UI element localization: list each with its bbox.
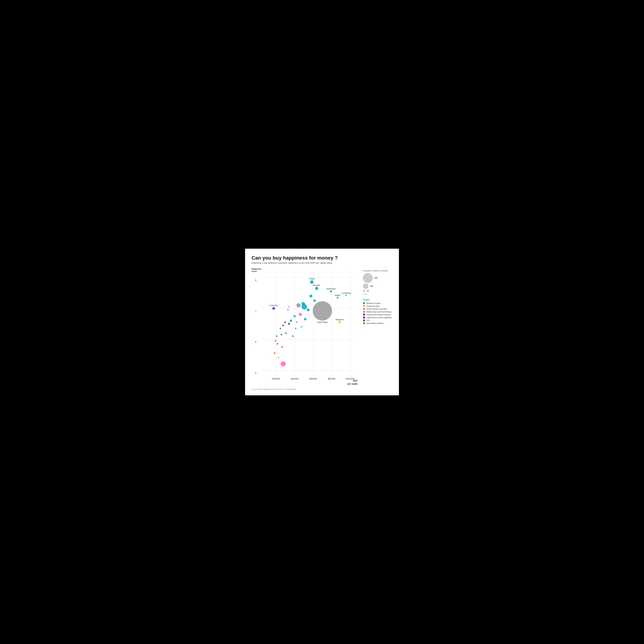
x-axis-label: GDPper capita bbox=[347, 379, 358, 386]
bubble bbox=[299, 313, 302, 316]
pop-circle bbox=[363, 284, 368, 289]
bubble bbox=[295, 328, 296, 329]
region-legend-item: Central and Eastern Europe bbox=[363, 314, 392, 316]
y-axis-label: Happinessscore bbox=[252, 268, 262, 272]
bubble bbox=[301, 326, 302, 328]
bubble bbox=[281, 361, 286, 366]
region-label: Central and Eastern Europe bbox=[366, 314, 391, 316]
region-legend-item: CIS bbox=[363, 319, 392, 321]
bubble bbox=[285, 332, 287, 334]
bubble bbox=[301, 302, 305, 306]
region-label: Southeast Asia bbox=[366, 305, 379, 307]
chart-main: Happinessscore $20'000$40'000$60'000$80'… bbox=[252, 268, 359, 387]
bubble bbox=[277, 343, 278, 345]
region-dot bbox=[363, 316, 365, 319]
bubble bbox=[272, 307, 275, 310]
grid-line-h bbox=[262, 370, 358, 370]
region-label: Latin America and Caribbean bbox=[366, 316, 392, 319]
legend-area: Populaton (million of people) 330 100 10… bbox=[359, 268, 392, 387]
pop-legend-item: 1 bbox=[363, 293, 392, 295]
region-label: Middle East and North Africa bbox=[366, 311, 391, 313]
region-legend-item: Western Europe bbox=[363, 302, 392, 304]
pop-label: 330 bbox=[374, 277, 378, 279]
bubble bbox=[310, 280, 314, 284]
region-legend-item: Southeast Asia bbox=[363, 305, 392, 307]
x-tick: $20'000 bbox=[272, 378, 280, 380]
y-tick: 6 bbox=[255, 341, 256, 343]
bubble bbox=[288, 306, 290, 308]
bubble bbox=[313, 301, 332, 321]
chart-subtitle: Exploring a link between countries' happ… bbox=[252, 262, 392, 264]
bubble bbox=[304, 318, 306, 320]
bubble bbox=[275, 340, 276, 341]
x-tick: $40'000 bbox=[291, 378, 298, 380]
bubble bbox=[296, 303, 301, 308]
pop-circle bbox=[363, 273, 373, 283]
bubble bbox=[294, 315, 296, 317]
bubble bbox=[282, 325, 284, 326]
bubble bbox=[315, 287, 318, 290]
region-label: CIS bbox=[366, 319, 370, 321]
bubble bbox=[278, 357, 279, 358]
y-tick: 7 bbox=[255, 310, 256, 312]
pop-legend-item: 330 bbox=[363, 273, 392, 283]
region-label: North America and ANZ bbox=[366, 308, 387, 310]
bubble bbox=[338, 321, 341, 323]
pop-circle bbox=[363, 294, 364, 295]
grid-line-v bbox=[332, 271, 332, 376]
bubble bbox=[280, 328, 281, 329]
pop-label: 100 bbox=[370, 285, 373, 287]
bubble-label: Ireland bbox=[335, 294, 340, 296]
source-text: Source: World Happiness Report 2021, The… bbox=[252, 388, 392, 390]
bubble bbox=[274, 352, 275, 354]
bubble-label: Singapore bbox=[335, 319, 344, 321]
x-tick: $80'000 bbox=[328, 378, 335, 380]
bubble-label: Finland bbox=[309, 278, 315, 280]
region-label: Sub-Saharan Africa bbox=[366, 322, 383, 324]
region-legend: Western Europe Southeast Asia North Amer… bbox=[363, 302, 392, 325]
bubble-label: United States bbox=[317, 321, 328, 323]
bubble bbox=[296, 321, 297, 323]
bubble bbox=[292, 335, 294, 337]
bubble-label: Switzerland bbox=[326, 288, 336, 290]
x-tick: $60'000 bbox=[309, 378, 317, 380]
region-dot bbox=[363, 322, 365, 324]
grid-line-h bbox=[262, 308, 358, 309]
bubble bbox=[290, 319, 292, 322]
pop-legend-item: 10 bbox=[363, 290, 392, 292]
bubble bbox=[282, 346, 283, 348]
bubble bbox=[345, 295, 347, 296]
region-dot bbox=[363, 311, 365, 313]
bubble-label: Luxembourg bbox=[341, 292, 351, 294]
y-tick: 8 bbox=[255, 279, 256, 282]
region-dot bbox=[363, 314, 365, 316]
plot-area: $20'000$40'000$60'000$80'000$100'0005678… bbox=[262, 271, 358, 376]
pop-circle bbox=[363, 290, 365, 292]
region-dot bbox=[363, 302, 365, 304]
chart-title: Can you buy happiness for money ? bbox=[252, 255, 392, 261]
bubble-label: Costa Rica bbox=[269, 304, 278, 306]
bubble bbox=[337, 297, 338, 299]
bubble bbox=[307, 308, 309, 311]
pop-legend-item: 100 bbox=[363, 284, 392, 289]
region-dot bbox=[363, 308, 365, 310]
region-label: Western Europe bbox=[366, 302, 380, 304]
region-legend-item: Latin America and Caribbean bbox=[363, 316, 392, 319]
region-legend-item: Sub-Saharan Africa bbox=[363, 322, 392, 324]
region-legend-item: Middle East and North Africa bbox=[363, 311, 392, 313]
pop-label: 1 bbox=[365, 293, 367, 295]
bubble bbox=[280, 334, 282, 335]
region-legend-title: Region bbox=[363, 299, 392, 301]
bubble bbox=[313, 299, 316, 302]
bubble bbox=[309, 295, 312, 297]
pop-legend: 330 100 10 1 bbox=[363, 273, 392, 295]
bubble bbox=[284, 321, 286, 323]
bubble bbox=[287, 309, 289, 311]
region-legend-item: North America and ANZ bbox=[363, 308, 392, 310]
region-dot bbox=[363, 319, 365, 321]
chart-card: Can you buy happiness for money ? Explor… bbox=[245, 249, 399, 395]
bubble-label: Denmark bbox=[313, 284, 320, 286]
bubble bbox=[288, 323, 290, 325]
pop-label: 10 bbox=[367, 290, 369, 292]
grid-line-h bbox=[262, 277, 358, 278]
